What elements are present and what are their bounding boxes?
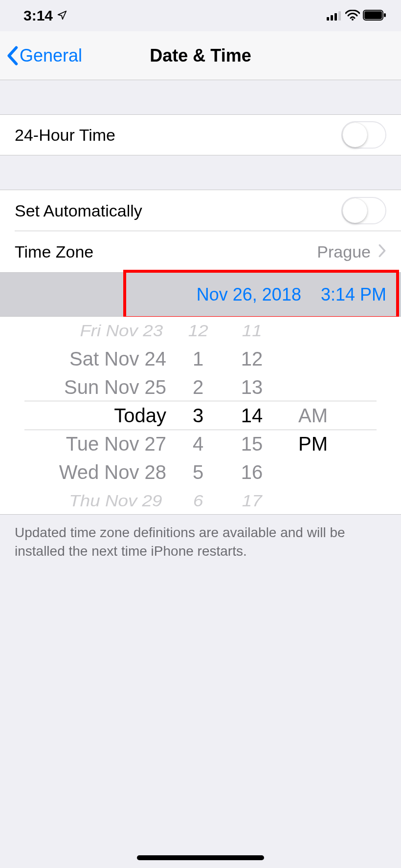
time-zone-value: Prague [317, 242, 375, 261]
row-label: Set Automatically [15, 201, 341, 220]
svg-rect-0 [327, 17, 329, 21]
picker-col-ampm[interactable]: AMPM [284, 317, 342, 514]
picker-item[interactable]: 16 [241, 458, 263, 486]
battery-icon [363, 7, 386, 24]
location-icon [57, 7, 67, 24]
row-current-datetime[interactable]: Nov 26, 2018 3:14 PM [0, 273, 401, 317]
picker-item[interactable]: Sat Nov 24 [69, 345, 166, 373]
picker-item[interactable]: 3 [193, 401, 203, 430]
home-indicator [137, 855, 264, 860]
picker-item[interactable]: 2 [193, 373, 203, 401]
nav-bar: General Date & Time [0, 31, 401, 80]
picker-col-hour[interactable]: 11121234567 [176, 317, 220, 514]
picker-item[interactable]: Wed Nov 28 [59, 458, 166, 486]
picker-item[interactable]: 6 [193, 488, 203, 512]
svg-rect-2 [334, 13, 337, 21]
svg-rect-6 [364, 11, 382, 19]
picker-item[interactable]: PM [298, 430, 328, 458]
picker-item[interactable]: 12 [188, 318, 208, 342]
picker-item[interactable]: 17 [242, 488, 262, 512]
status-bar: 3:14 [0, 0, 401, 31]
row-set-automatically: Set Automatically [0, 190, 401, 231]
toggle-24-hour[interactable] [341, 121, 386, 149]
svg-point-4 [352, 19, 354, 21]
cellular-icon [327, 7, 342, 24]
back-button[interactable]: General [0, 45, 82, 66]
selected-time: 3:14 PM [321, 284, 386, 305]
picker-item[interactable]: 13 [241, 373, 263, 401]
picker-item[interactable]: Today [114, 401, 166, 430]
picker-col-minute[interactable]: 101112131415161718 [220, 317, 284, 514]
datetime-picker[interactable]: Thu Nov 22Fri Nov 23Sat Nov 24Sun Nov 25… [0, 317, 401, 515]
row-time-zone[interactable]: Time Zone Prague [0, 231, 401, 272]
picker-item[interactable]: 1 [193, 345, 203, 373]
footer-note: Updated time zone definitions are availa… [0, 515, 401, 569]
row-label: 24-Hour Time [15, 126, 341, 145]
picker-col-date[interactable]: Thu Nov 22Fri Nov 23Sat Nov 24Sun Nov 25… [24, 317, 176, 514]
svg-rect-3 [338, 11, 341, 21]
picker-item[interactable]: 11 [242, 318, 262, 342]
picker-item[interactable]: 4 [193, 430, 203, 458]
picker-item[interactable]: Thu Nov 29 [69, 488, 162, 512]
wifi-icon [345, 7, 360, 24]
picker-item[interactable]: Tue Nov 27 [66, 430, 166, 458]
svg-rect-7 [384, 13, 386, 17]
picker-item[interactable]: 15 [241, 430, 263, 458]
row-24-hour-time: 24-Hour Time [0, 114, 401, 155]
picker-item[interactable]: AM [298, 401, 328, 430]
picker-item[interactable]: 5 [193, 458, 203, 486]
picker-item[interactable]: 14 [241, 401, 263, 430]
picker-item[interactable]: Fri Nov 23 [80, 318, 163, 342]
status-time: 3:14 [23, 7, 53, 24]
selected-date: Nov 26, 2018 [197, 284, 301, 305]
svg-rect-1 [331, 15, 333, 21]
chevron-right-icon [379, 242, 386, 261]
chevron-left-icon [6, 46, 19, 65]
back-label: General [20, 45, 82, 66]
picker-item[interactable]: Sun Nov 25 [64, 373, 166, 401]
toggle-set-automatically[interactable] [341, 197, 386, 224]
picker-item[interactable]: 12 [241, 345, 263, 373]
row-label: Time Zone [15, 242, 317, 261]
